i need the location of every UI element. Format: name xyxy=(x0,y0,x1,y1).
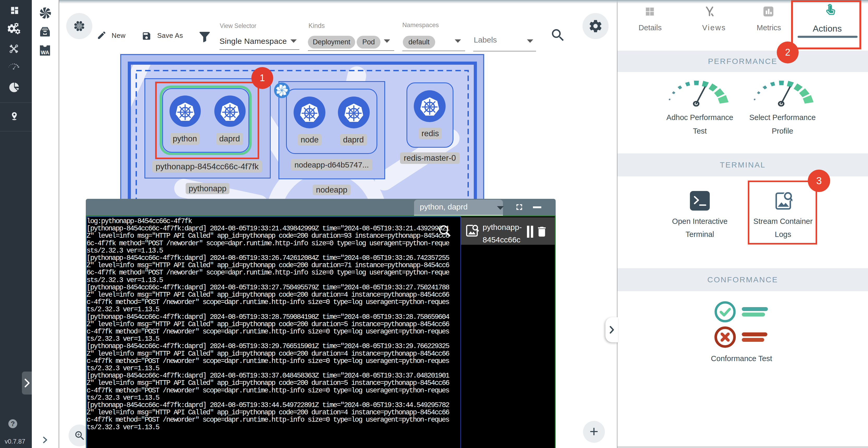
svg-text:WA: WA xyxy=(41,50,49,55)
